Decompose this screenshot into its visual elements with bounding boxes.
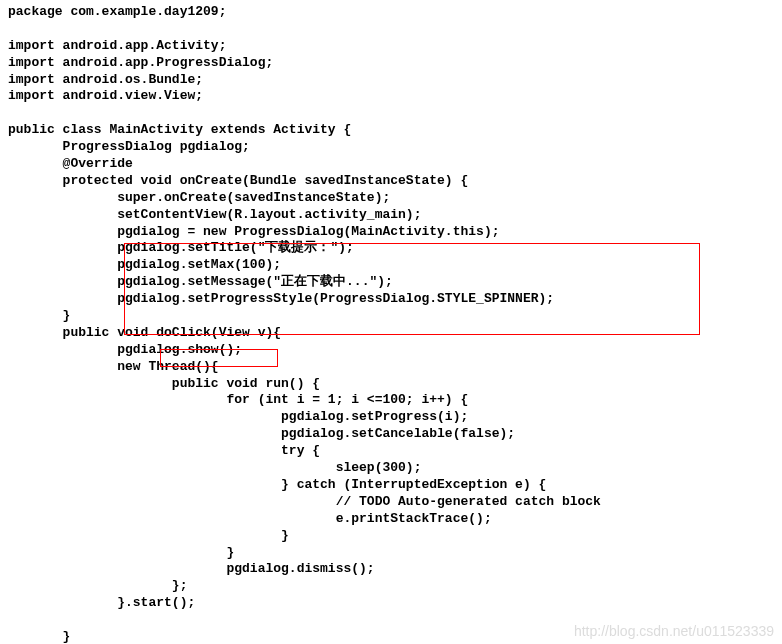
code-line: pgdialog.setCancelable(false); <box>8 426 515 441</box>
code-line: }.start(); <box>8 595 195 610</box>
watermark-text: http://blog.csdn.net/u011523339 <box>574 622 774 640</box>
code-line: public class MainActivity extends Activi… <box>8 122 351 137</box>
code-line: pgdialog.dismiss(); <box>8 561 375 576</box>
code-line: new Thread(){ <box>8 359 219 374</box>
code-line: pgdialog.setTitle("下载提示："); <box>8 240 354 255</box>
code-line: pgdialog.show(); <box>8 342 242 357</box>
code-line: ProgressDialog pgdialog; <box>8 139 250 154</box>
code-line: public void run() { <box>8 376 320 391</box>
code-line: setContentView(R.layout.activity_main); <box>8 207 421 222</box>
code-line: pgdialog.setProgress(i); <box>8 409 468 424</box>
code-line: pgdialog.setProgressStyle(ProgressDialog… <box>8 291 554 306</box>
code-line: public void doClick(View v){ <box>8 325 281 340</box>
code-line: pgdialog = new ProgressDialog(MainActivi… <box>8 224 499 239</box>
code-line: import android.app.ProgressDialog; <box>8 55 273 70</box>
code-line: } catch (InterruptedException e) { <box>8 477 546 492</box>
code-line: pgdialog.setMax(100); <box>8 257 281 272</box>
code-line: } <box>8 545 234 560</box>
code-line: } <box>8 308 70 323</box>
code-line: } <box>8 629 70 644</box>
code-line: }; <box>8 578 187 593</box>
code-line: pgdialog.setMessage("正在下载中..."); <box>8 274 393 289</box>
code-line: import android.os.Bundle; <box>8 72 203 87</box>
code-line: // TODO Auto-generated catch block <box>8 494 601 509</box>
code-pre: package com.example.day1209; import andr… <box>8 4 774 644</box>
code-line: protected void onCreate(Bundle savedInst… <box>8 173 468 188</box>
code-line: } <box>8 528 289 543</box>
code-line: e.printStackTrace(); <box>8 511 492 526</box>
code-line: try { <box>8 443 320 458</box>
code-block: package com.example.day1209; import andr… <box>8 4 774 644</box>
code-line: import android.app.Activity; <box>8 38 226 53</box>
code-line: @Override <box>8 156 133 171</box>
code-line: package com.example.day1209; <box>8 4 226 19</box>
code-line: sleep(300); <box>8 460 421 475</box>
code-line: for (int i = 1; i <=100; i++) { <box>8 392 468 407</box>
code-line: super.onCreate(savedInstanceState); <box>8 190 390 205</box>
code-line: import android.view.View; <box>8 88 203 103</box>
